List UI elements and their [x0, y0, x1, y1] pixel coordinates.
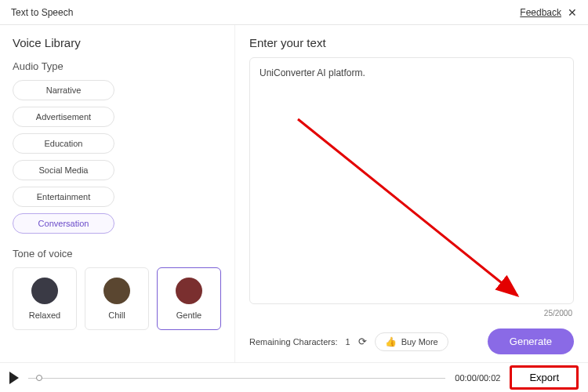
buy-more-button[interactable]: 👍 Buy More [375, 332, 448, 351]
app-title: Text to Speech [11, 7, 73, 18]
tone-chill[interactable]: Chill [85, 267, 149, 330]
chip-narrative[interactable]: Narrative [13, 80, 114, 100]
avatar-chill [103, 278, 130, 304]
chip-advertisement[interactable]: Advertisement [13, 107, 114, 127]
tone-label-gentle: Gentle [176, 310, 201, 320]
char-counter: 25/2000 [249, 309, 572, 318]
seek-slider[interactable] [28, 376, 445, 379]
tone-label-chill: Chill [108, 310, 125, 320]
refresh-icon[interactable]: ⟳ [358, 336, 367, 347]
text-input[interactable] [249, 57, 574, 304]
play-button[interactable] [9, 372, 19, 384]
chip-social-media[interactable]: Social Media [13, 160, 114, 180]
avatar-relaxed [31, 278, 58, 304]
export-button[interactable]: Export [510, 365, 579, 390]
enter-text-heading: Enter your text [249, 36, 574, 49]
tone-heading: Tone of voice [13, 248, 222, 260]
audio-type-heading: Audio Type [13, 60, 222, 72]
chip-conversation[interactable]: Conversation [13, 213, 114, 234]
audio-type-group: Narrative Advertisement Education Social… [13, 80, 222, 234]
voice-library-heading: Voice Library [13, 36, 222, 49]
feedback-link[interactable]: Feedback [520, 7, 561, 18]
remaining-label: Remaining Characters: [249, 337, 338, 347]
seek-knob[interactable] [36, 375, 42, 381]
thumb-up-icon: 👍 [385, 336, 397, 347]
remaining-count: 1 [346, 337, 350, 347]
avatar-gentle [176, 278, 202, 304]
close-icon[interactable]: ✕ [568, 6, 577, 19]
tone-label-relaxed: Relaxed [29, 310, 60, 320]
generate-button[interactable]: Generate [488, 328, 574, 354]
tone-relaxed[interactable]: Relaxed [13, 267, 77, 330]
chip-entertainment[interactable]: Entertainment [13, 187, 114, 207]
tone-grid: Relaxed Chill Gentle [13, 267, 222, 330]
timecode: 00:00/00:02 [455, 373, 500, 383]
tone-gentle[interactable]: Gentle [157, 267, 221, 330]
chip-education[interactable]: Education [13, 133, 114, 154]
buy-more-label: Buy More [401, 337, 438, 347]
